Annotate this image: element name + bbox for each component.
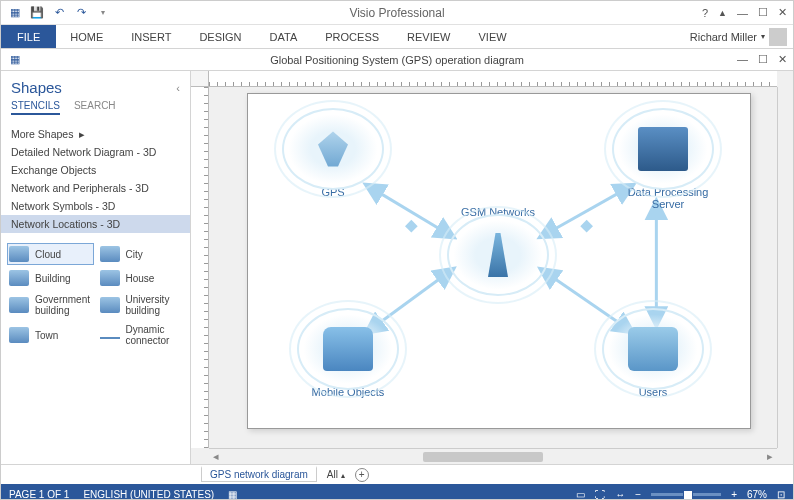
svg-rect-5: [405, 220, 418, 233]
presentation-mode-icon[interactable]: ▭: [576, 489, 585, 500]
cloud-icon: [9, 246, 29, 262]
doc-maximize-icon[interactable]: ☐: [758, 53, 768, 66]
save-icon[interactable]: 💾: [29, 5, 45, 21]
maximize-icon[interactable]: ☐: [758, 6, 768, 19]
svg-line-1: [547, 189, 627, 234]
connector-icon: [100, 331, 120, 339]
redo-icon[interactable]: ↷: [73, 5, 89, 21]
add-sheet-button[interactable]: +: [355, 468, 369, 482]
more-shapes[interactable]: More Shapes ▸: [1, 125, 190, 143]
fit-to-window-icon[interactable]: ⊡: [777, 489, 785, 500]
stencil-item[interactable]: Network Symbols - 3D: [1, 197, 190, 215]
ribbon-tabs: FILE HOME INSERT DESIGN DATA PROCESS REV…: [1, 25, 793, 49]
shape-university[interactable]: University building: [98, 291, 185, 319]
app-title: Visio Professional: [349, 6, 444, 20]
sheet-tabs: GPS network diagram All ▴ +: [1, 464, 793, 484]
stencil-item[interactable]: Exchange Objects: [1, 161, 190, 179]
tab-design[interactable]: DESIGN: [185, 25, 255, 48]
status-bar: PAGE 1 OF 1 ENGLISH (UNITED STATES) ▦ ▭ …: [1, 484, 793, 500]
gov-icon: [9, 297, 29, 313]
doc-close-icon[interactable]: ✕: [778, 53, 787, 66]
qat-dropdown-icon[interactable]: ▾: [95, 5, 111, 21]
scrollbar-vertical[interactable]: [777, 87, 793, 448]
shape-dynamic-connector[interactable]: Dynamic connector: [98, 321, 185, 349]
shapes-title: Shapes: [11, 79, 62, 96]
shapes-panel: Shapes ‹ STENCILS SEARCH More Shapes ▸ D…: [1, 71, 191, 464]
minimize-icon[interactable]: —: [737, 7, 748, 19]
doc-app-icon: ▦: [7, 52, 23, 68]
tab-review[interactable]: REVIEW: [393, 25, 464, 48]
laptops-icon: [628, 327, 678, 371]
node-gps[interactable]: GPS: [288, 114, 378, 198]
fit-width-icon[interactable]: ↔: [615, 489, 625, 500]
document-title: Global Positioning System (GPS) operatio…: [270, 54, 524, 66]
node-users[interactable]: Users: [608, 314, 698, 398]
sheet-tab-active[interactable]: GPS network diagram: [201, 466, 317, 482]
shape-town[interactable]: Town: [7, 321, 94, 349]
shape-cloud[interactable]: Cloud: [7, 243, 94, 265]
tab-data[interactable]: DATA: [256, 25, 312, 48]
close-icon[interactable]: ✕: [778, 6, 787, 19]
town-icon: [9, 327, 29, 343]
house-icon: [100, 270, 120, 286]
tab-home[interactable]: HOME: [56, 25, 117, 48]
stencil-item[interactable]: Network and Peripherals - 3D: [1, 179, 190, 197]
svg-rect-6: [580, 220, 593, 233]
car-people-icon: [323, 327, 373, 371]
collapse-shapes-icon[interactable]: ‹: [176, 82, 180, 94]
user-name: Richard Miller: [690, 31, 757, 43]
tab-file[interactable]: FILE: [1, 25, 56, 48]
zoom-level[interactable]: 67%: [747, 489, 767, 500]
university-icon: [100, 297, 120, 313]
zoom-in-button[interactable]: +: [731, 489, 737, 500]
doc-minimize-icon[interactable]: —: [737, 53, 748, 66]
shape-city[interactable]: City: [98, 243, 185, 265]
status-page[interactable]: PAGE 1 OF 1: [9, 489, 69, 500]
node-mobile[interactable]: Mobile Objects: [303, 314, 393, 398]
shape-gov-building[interactable]: Government building: [7, 291, 94, 319]
quick-access-toolbar: ▦ 💾 ↶ ↷ ▾ Visio Professional ? ▲ — ☐ ✕: [1, 1, 793, 25]
avatar: [769, 28, 787, 46]
tab-process[interactable]: PROCESS: [311, 25, 393, 48]
tab-insert[interactable]: INSERT: [117, 25, 185, 48]
zoom-out-button[interactable]: −: [635, 489, 641, 500]
satellite-icon: [308, 127, 358, 171]
scrollbar-horizontal[interactable]: ◂▸: [209, 448, 777, 464]
help-icon[interactable]: ?: [702, 7, 708, 19]
server-icon: [638, 127, 688, 171]
stencil-item[interactable]: Detailed Network Diagram - 3D: [1, 143, 190, 161]
ruler-horizontal: [209, 71, 777, 87]
stencil-item-selected[interactable]: Network Locations - 3D: [1, 215, 190, 233]
sheet-all[interactable]: All ▴: [327, 469, 345, 480]
ruler-corner: [191, 71, 209, 87]
shape-grid: Cloud City Building House Government bui…: [1, 237, 190, 355]
shapes-tabs: STENCILS SEARCH: [1, 100, 190, 121]
node-gsm[interactable]: GSM Networks: [453, 204, 543, 290]
document-titlebar: ▦ Global Positioning System (GPS) operat…: [1, 49, 793, 71]
status-language[interactable]: ENGLISH (UNITED STATES): [83, 489, 214, 500]
tab-view[interactable]: VIEW: [464, 25, 520, 48]
canvas-area[interactable]: GPS GSM Networks Data Processing Server …: [191, 71, 793, 464]
user-area[interactable]: Richard Miller ▾: [690, 25, 793, 48]
ribbon-toggle-icon[interactable]: ▲: [718, 8, 727, 18]
tower-icon: [473, 233, 523, 277]
zoom-slider[interactable]: [651, 493, 721, 496]
workspace: Shapes ‹ STENCILS SEARCH More Shapes ▸ D…: [1, 71, 793, 464]
fit-page-icon[interactable]: ⛶: [595, 489, 605, 500]
shape-building[interactable]: Building: [7, 267, 94, 289]
undo-icon[interactable]: ↶: [51, 5, 67, 21]
chevron-down-icon: ▾: [761, 32, 765, 41]
node-server[interactable]: Data Processing Server: [618, 114, 718, 210]
app-icon: ▦: [7, 5, 23, 21]
city-icon: [100, 246, 120, 262]
tab-stencils[interactable]: STENCILS: [11, 100, 60, 115]
macro-icon[interactable]: ▦: [228, 489, 237, 500]
stencil-list: More Shapes ▸ Detailed Network Diagram -…: [1, 121, 190, 237]
building-icon: [9, 270, 29, 286]
svg-line-0: [373, 189, 448, 234]
ruler-vertical: [191, 87, 209, 448]
tab-search[interactable]: SEARCH: [74, 100, 116, 115]
drawing-page[interactable]: GPS GSM Networks Data Processing Server …: [247, 93, 751, 429]
shape-house[interactable]: House: [98, 267, 185, 289]
